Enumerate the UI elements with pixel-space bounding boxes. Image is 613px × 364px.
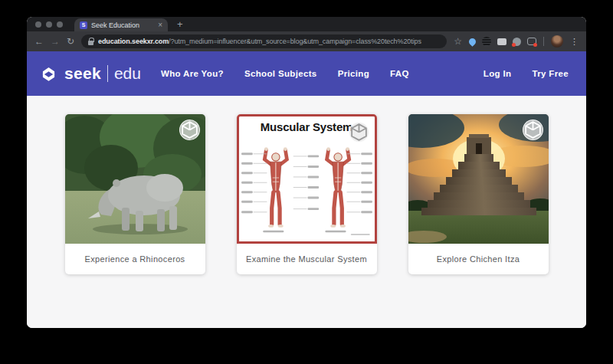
url-path: /?utm_medium=influencer&utm_source=blog&… — [169, 38, 421, 45]
seek-edu-logo[interactable]: seek edu — [38, 64, 141, 84]
extension-chat-icon[interactable] — [527, 38, 536, 45]
tab-close-icon[interactable]: × — [158, 21, 162, 29]
tab-title: Seek Education — [91, 21, 154, 29]
extension-camera-icon[interactable] — [513, 38, 521, 46]
brand-suffix: edu — [114, 64, 141, 83]
extension-flame-icon[interactable] — [467, 37, 477, 47]
ar-badge[interactable] — [523, 120, 543, 140]
ar-badge[interactable] — [179, 120, 200, 140]
log-in-button[interactable]: Log In — [484, 69, 512, 78]
nav-link-school-subjects[interactable]: School Subjects — [244, 69, 317, 78]
site-favicon-icon: S — [80, 21, 87, 29]
card-muscular-system[interactable]: Muscular System — [237, 114, 377, 274]
browser-window: S Seek Education × + ← → ↻ education.see… — [27, 17, 586, 328]
brand-divider — [107, 65, 108, 82]
url-text: education.seekxr.com/?utm_medium=influen… — [98, 38, 421, 45]
close-window-button[interactable] — [35, 21, 41, 28]
extension-screenshot-icon[interactable] — [497, 38, 506, 45]
nav-link-who-are-you[interactable]: Who Are You? — [161, 69, 224, 78]
rhinoceros-photo — [65, 114, 205, 244]
card-caption: Experience a Rhinoceros — [65, 244, 205, 274]
3d-cube-icon — [523, 120, 543, 139]
muscular-figures — [239, 133, 375, 241]
muscular-system-poster: Muscular System — [237, 114, 377, 244]
forward-icon[interactable]: → — [51, 37, 60, 46]
browser-menu-icon[interactable]: ⋮ — [570, 38, 579, 46]
3d-cube-icon — [180, 120, 199, 139]
reload-icon[interactable]: ↻ — [67, 37, 74, 46]
back-icon[interactable]: ← — [34, 37, 44, 46]
card-caption: Explore Chichen Itza — [408, 244, 549, 274]
try-free-button[interactable]: Try Free — [532, 69, 569, 78]
chichen-itza-photo — [408, 114, 549, 244]
card-chichen-itza[interactable]: Explore Chichen Itza — [408, 114, 549, 274]
ar-badge[interactable] — [349, 122, 369, 143]
toolbar-divider — [543, 37, 544, 46]
tab-strip: S Seek Education × + — [27, 17, 586, 31]
card-rhinoceros[interactable]: Experience a Rhinoceros — [65, 114, 205, 274]
url-domain: education.seekxr.com — [98, 38, 169, 45]
3d-cube-icon — [349, 123, 369, 142]
address-bar[interactable]: education.seekxr.com/?utm_medium=influen… — [81, 34, 447, 48]
site-navbar: seek edu Who Are You? School Subjects Pr… — [27, 51, 586, 96]
extension-stack-icon[interactable] — [482, 37, 491, 46]
experience-grid: Experience a Rhinoceros Muscular System — [27, 96, 586, 328]
extension-icons — [469, 37, 536, 46]
seek-logo-icon — [38, 64, 59, 84]
zoom-window-button[interactable] — [57, 21, 63, 28]
nav-link-pricing[interactable]: Pricing — [338, 69, 369, 78]
nav-actions: Log In Try Free — [484, 69, 575, 78]
bookmark-star-icon[interactable]: ☆ — [454, 37, 462, 46]
nav-links: Who Are You? School Subjects Pricing FAQ — [161, 69, 409, 78]
new-tab-button[interactable]: + — [177, 19, 183, 29]
minimize-window-button[interactable] — [46, 21, 52, 28]
browser-tab[interactable]: S Seek Education × — [74, 18, 168, 31]
brand-name: seek — [64, 64, 101, 83]
traffic-lights — [35, 21, 63, 28]
browser-toolbar: ← → ↻ education.seekxr.com/?utm_medium=i… — [27, 31, 586, 51]
poster-title: Muscular System — [261, 116, 352, 133]
nav-link-faq[interactable]: FAQ — [390, 69, 409, 78]
profile-avatar[interactable] — [551, 35, 563, 48]
lock-icon — [88, 41, 93, 45]
card-caption: Examine the Muscular System — [237, 244, 377, 274]
